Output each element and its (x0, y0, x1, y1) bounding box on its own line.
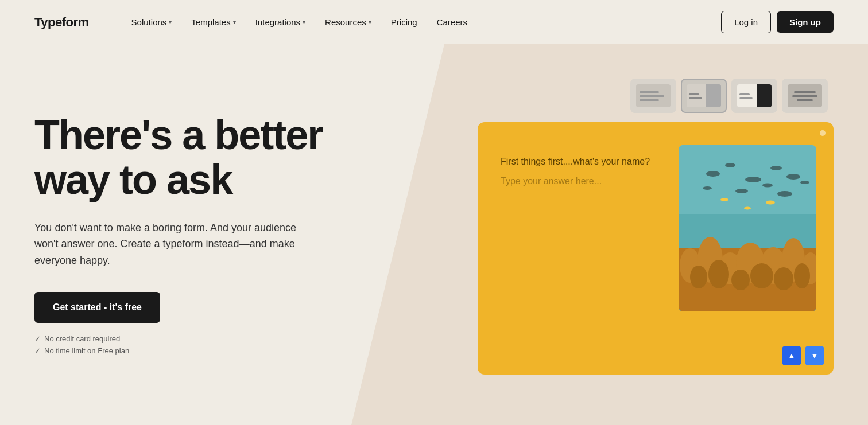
svg-point-28 (794, 263, 810, 288)
card-dot (820, 130, 826, 136)
check-icon: ✓ (34, 334, 41, 343)
chevron-down-icon: ▾ (303, 19, 305, 25)
hero-subtitle: You don't want to make a boring form. An… (34, 220, 310, 269)
chevron-down-icon: ▾ (233, 19, 236, 25)
svg-point-12 (720, 198, 728, 201)
signup-button[interactable]: Sign up (777, 11, 834, 33)
nav-actions: Log in Sign up (721, 11, 834, 33)
svg-point-14 (744, 207, 751, 210)
hero-disclaimers: ✓ No credit card required ✓ No time limi… (34, 334, 367, 355)
svg-point-9 (762, 184, 773, 188)
svg-point-4 (745, 177, 761, 182)
nav-links: Solutions ▾ Templates ▾ Integrations ▾ R… (123, 13, 722, 32)
theme-btn-split-dark[interactable] (731, 79, 777, 113)
hero-left: There's a better way to ask You don't wa… (34, 67, 367, 355)
disclaimer-2: ✓ No time limit on Free plan (34, 346, 367, 355)
hero-section: There's a better way to ask You don't wa… (0, 44, 868, 425)
theme-btn-full-gray[interactable] (782, 79, 828, 113)
nav-solutions[interactable]: Solutions ▾ (123, 13, 180, 32)
form-navigation: ▲ ▼ (782, 346, 824, 365)
svg-point-2 (706, 171, 720, 177)
check-icon: ✓ (34, 346, 41, 355)
svg-point-24 (708, 260, 729, 288)
chevron-down-icon: ▾ (369, 19, 371, 25)
hero-right: First things first....what's your name? … (367, 67, 834, 375)
form-preview-card: First things first....what's your name? … (478, 122, 834, 375)
theme-switcher (630, 79, 828, 113)
chevron-down-icon: ▾ (169, 19, 172, 25)
disclaimer-1: ✓ No credit card required (34, 334, 367, 343)
main-nav: Typeform Solutions ▾ Templates ▾ Integra… (0, 0, 868, 44)
hero-title: There's a better way to ask (34, 113, 367, 202)
svg-point-11 (800, 181, 809, 184)
nav-templates[interactable]: Templates ▾ (183, 13, 243, 32)
svg-point-23 (690, 266, 707, 288)
svg-point-25 (731, 270, 750, 290)
form-image (679, 145, 816, 311)
form-nav-down-button[interactable]: ▼ (805, 346, 824, 365)
nav-careers[interactable]: Careers (429, 13, 475, 32)
svg-point-3 (725, 163, 735, 167)
theme-btn-split-light[interactable] (681, 79, 727, 113)
get-started-button[interactable]: Get started - it's free (34, 292, 160, 323)
svg-point-8 (735, 189, 748, 193)
svg-point-6 (786, 174, 800, 180)
svg-point-13 (766, 201, 775, 205)
svg-point-7 (703, 186, 712, 190)
svg-point-10 (777, 191, 792, 197)
form-input[interactable]: Type your answer here... (501, 176, 638, 190)
svg-point-5 (770, 166, 782, 170)
login-button[interactable]: Log in (721, 11, 771, 33)
brand-logo[interactable]: Typeform (34, 15, 89, 30)
svg-point-27 (774, 267, 793, 290)
form-nav-up-button[interactable]: ▲ (782, 346, 801, 365)
svg-point-26 (750, 263, 773, 288)
nav-resources[interactable]: Resources ▾ (317, 13, 379, 32)
nav-integrations[interactable]: Integrations ▾ (247, 13, 313, 32)
nav-pricing[interactable]: Pricing (383, 13, 425, 32)
theme-btn-default[interactable] (630, 79, 676, 113)
